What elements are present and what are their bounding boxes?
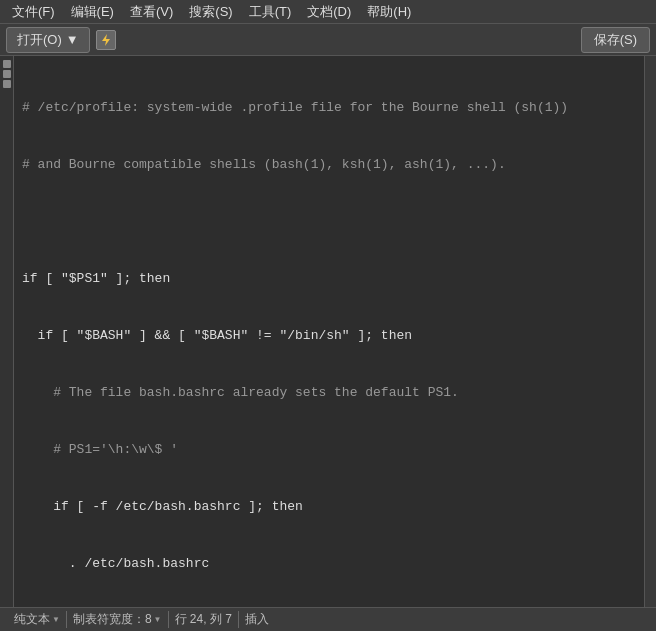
editor-area[interactable]: # /etc/profile: system-wide .profile fil…	[14, 56, 644, 607]
code-line-1: # /etc/profile: system-wide .profile fil…	[22, 98, 636, 117]
menu-search[interactable]: 搜索(S)	[181, 1, 240, 23]
code-line-9: . /etc/bash.bashrc	[22, 554, 636, 573]
position-label: 行 24, 列 7	[175, 611, 232, 628]
code-line-4: if [ "$PS1" ]; then	[22, 269, 636, 288]
scrollbar-track[interactable]	[644, 56, 656, 607]
menu-tools[interactable]: 工具(T)	[241, 1, 300, 23]
toolbar: 打开(O) ▼ 保存(S)	[0, 24, 656, 56]
dropdown-arrow: ▼	[66, 32, 79, 47]
menu-help[interactable]: 帮助(H)	[359, 1, 419, 23]
svg-marker-0	[102, 34, 110, 46]
menu-bar: 文件(F) 编辑(E) 查看(V) 搜索(S) 工具(T) 文档(D) 帮助(H…	[0, 0, 656, 24]
left-sidebar	[0, 56, 14, 607]
status-position: 行 24, 列 7	[169, 611, 239, 628]
main-container: # /etc/profile: system-wide .profile fil…	[0, 56, 656, 607]
open-label: 打开(O)	[17, 31, 62, 49]
text-mode-label: 纯文本	[14, 611, 50, 628]
code-line-6: # The file bash.bashrc already sets the …	[22, 383, 636, 402]
status-bar: 纯文本 ▼ 制表符宽度：8 ▼ 行 24, 列 7 插入	[0, 607, 656, 631]
sidebar-indicator-2	[3, 70, 11, 78]
status-text-mode[interactable]: 纯文本 ▼	[8, 611, 67, 628]
tab-width-label: 制表符宽度：8	[73, 611, 152, 628]
menu-edit[interactable]: 编辑(E)	[63, 1, 122, 23]
flash-icon	[99, 33, 113, 47]
sidebar-indicator-1	[3, 60, 11, 68]
text-mode-chevron: ▼	[52, 615, 60, 624]
status-insert-mode: 插入	[239, 611, 275, 628]
menu-file[interactable]: 文件(F)	[4, 1, 63, 23]
toolbar-left: 打开(O) ▼	[6, 27, 116, 53]
open-button[interactable]: 打开(O) ▼	[6, 27, 90, 53]
menu-view[interactable]: 查看(V)	[122, 1, 181, 23]
code-line-2: # and Bourne compatible shells (bash(1),…	[22, 155, 636, 174]
sidebar-indicator-3	[3, 80, 11, 88]
code-line-8: if [ -f /etc/bash.bashrc ]; then	[22, 497, 636, 516]
toolbar-icon-button[interactable]	[96, 30, 116, 50]
status-tab-width[interactable]: 制表符宽度：8 ▼	[67, 611, 169, 628]
insert-mode-label: 插入	[245, 611, 269, 628]
code-line-5: if [ "$BASH" ] && [ "$BASH" != "/bin/sh"…	[22, 326, 636, 345]
tab-width-chevron: ▼	[154, 615, 162, 624]
code-line-3	[22, 212, 636, 231]
code-line-7: # PS1='\h:\w\$ '	[22, 440, 636, 459]
code-content: # /etc/profile: system-wide .profile fil…	[14, 56, 644, 607]
menu-docs[interactable]: 文档(D)	[299, 1, 359, 23]
save-button[interactable]: 保存(S)	[581, 27, 650, 53]
